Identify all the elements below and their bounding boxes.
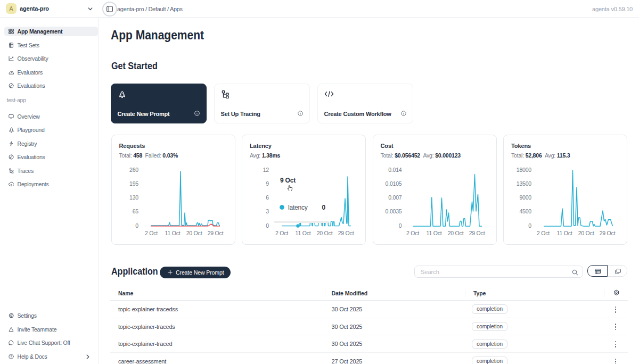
svg-text:20 Oct: 20 Oct	[186, 230, 202, 236]
svg-text:65: 65	[132, 208, 138, 214]
svg-text:0: 0	[135, 222, 138, 229]
svg-text:2 Oct: 2 Oct	[406, 230, 419, 236]
svg-text:0: 0	[398, 222, 402, 229]
svg-text:2 Oct: 2 Oct	[144, 230, 157, 236]
svg-text:20 Oct: 20 Oct	[447, 230, 463, 236]
svg-text:11 Oct: 11 Oct	[557, 230, 572, 236]
svg-text:3: 3	[266, 208, 269, 214]
svg-text:11 Oct: 11 Oct	[296, 230, 311, 236]
svg-text:29 Oct: 29 Oct	[469, 230, 485, 236]
svg-text:29 Oct: 29 Oct	[338, 230, 354, 236]
svg-text:9: 9	[266, 180, 269, 187]
svg-text:6: 6	[266, 194, 269, 201]
svg-text:0.014: 0.014	[388, 167, 402, 173]
svg-text:195: 195	[129, 180, 138, 187]
svg-text:9000: 9000	[519, 194, 531, 201]
svg-text:0.0105: 0.0105	[385, 180, 402, 187]
svg-text:260: 260	[129, 167, 138, 173]
svg-text:0: 0	[528, 222, 531, 229]
svg-text:11 Oct: 11 Oct	[165, 230, 180, 236]
svg-text:130: 130	[129, 194, 138, 201]
svg-text:4500: 4500	[519, 208, 531, 214]
svg-text:0.007: 0.007	[388, 194, 402, 201]
svg-text:13500: 13500	[517, 180, 532, 187]
svg-text:12: 12	[263, 167, 269, 173]
svg-text:29 Oct: 29 Oct	[207, 230, 223, 236]
svg-text:0.0035: 0.0035	[385, 208, 402, 214]
svg-text:2 Oct: 2 Oct	[537, 230, 550, 236]
svg-text:18000: 18000	[517, 167, 532, 173]
svg-text:29 Oct: 29 Oct	[600, 230, 616, 236]
svg-text:20 Oct: 20 Oct	[578, 230, 594, 236]
svg-text:20 Oct: 20 Oct	[317, 230, 333, 236]
svg-text:0: 0	[266, 222, 269, 229]
svg-text:11 Oct: 11 Oct	[426, 230, 441, 236]
svg-text:2 Oct: 2 Oct	[275, 230, 288, 236]
